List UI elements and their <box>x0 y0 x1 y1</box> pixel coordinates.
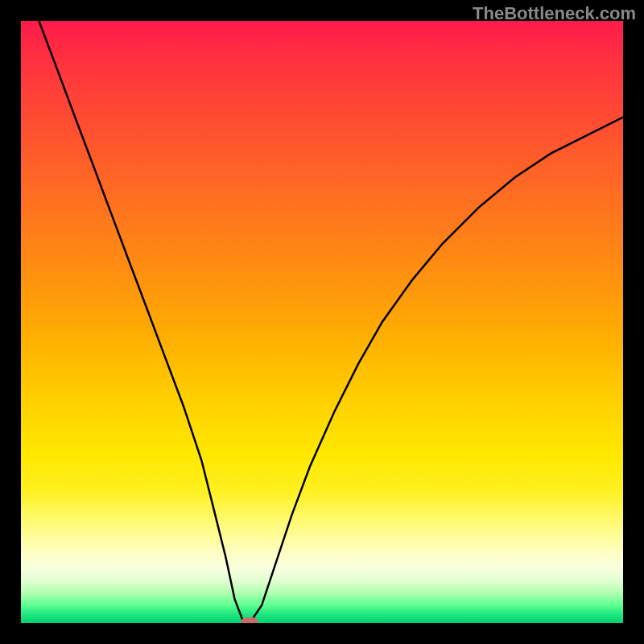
attribution-text: TheBottleneck.com <box>473 3 636 24</box>
plot-area <box>21 21 623 623</box>
curve-svg <box>21 21 623 623</box>
bottleneck-curve <box>39 21 623 623</box>
optimal-point-marker <box>241 617 258 623</box>
